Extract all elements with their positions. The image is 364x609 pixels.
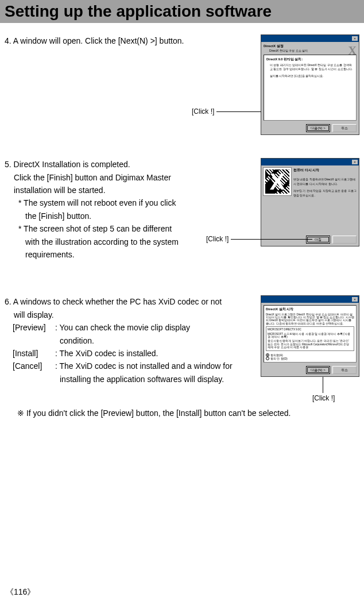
step-5-line1: 5. DirectX Installation is completed. [5,158,183,171]
arrow-line [323,377,323,393]
dialog-body-line3: 설치를 시작하려면 [다음]을 클릭하십시오. [270,74,354,78]
dialog-step-5: × 컴퓨터 다시 시작 변경 내용을 적용하려면 DirectX 설치 프로그램… [261,158,359,246]
click-label-6: [Click !] [312,393,335,404]
step-6-line2: will display. [14,309,246,321]
dialog-step-6: × DirectX 설치 시작 DirectX 설치 프로그램은 DirectX… [261,295,359,376]
dialog-6-para1: DirectX 설치 프로그램은 DirectX 런타임 구성 요소 업데이트 … [266,313,354,326]
cancel-button[interactable]: 취소 [332,366,357,374]
x-logo-icon: X [348,43,357,58]
close-icon[interactable]: × [352,297,358,302]
close-icon[interactable]: × [352,160,358,164]
preview-label: [Preview] [13,321,55,334]
step-5-line3: installation will be started. [14,184,183,196]
cancel-desc1: : The XviD codec is not installed and a … [55,360,233,372]
step-5-bullet2b: with the illustration according to the s… [25,236,183,248]
radio-icon [266,353,269,357]
dialog-body: DirectX 설정 DirectX 런타임 구성 요소 설치 X Direct… [261,42,359,123]
dialog-5-heading: 컴퓨터 다시 시작 [293,168,357,174]
dialog-6-eula-body: MICROSOFT 소프트웨어 사용 사용권 및 사용권 계약서 추록 ('사용… [268,333,353,339]
dialog-5-text1: 변경 내용을 적용하려면 DirectX 설치 프로그램에서 컴퓨터를 다시 시… [293,177,357,186]
cancel-desc2: installing the application softwares wil… [60,373,224,386]
empty-button [332,236,357,244]
preview-desc1: : You can check the movie clip display [55,321,190,334]
dialog-5-text3: 재부팅 기 전에 작업을 저장하고 모든 응용 프로그램을 닫으십시오. [293,188,357,198]
cancel-label: [Cancel] [13,360,55,372]
page-title: Setting up the application software [0,0,364,23]
spacer [13,334,55,347]
spacer [13,373,55,386]
dialog-body: 컴퓨터 다시 시작 변경 내용을 적용하려면 DirectX 설치 프로그램에서… [261,165,359,234]
next-button[interactable]: 다음(N) > [306,366,330,374]
dialog-body-title: DirectX 9.0 런타임 설치: [266,57,354,61]
click-label-5: [Click !] [206,234,229,245]
step-5-bullet2a: * The screen shot of step 5 can be diffe… [18,222,183,235]
dialog-titlebar: × [261,296,359,303]
step-5-bullet2c: requirements. [25,248,183,261]
install-desc: : The XviD codec is installed. [55,347,158,360]
dialog-section-title: DirectX 설정 [264,44,357,49]
step-4-text: 4. A window will open. Click the [Next(N… [5,34,261,47]
cancel-button[interactable]: 취소 [332,124,357,132]
preview-desc2: condition. [60,334,94,347]
dialog-6-eula-body2: 중요사항-신중하게 읽어보기 바랍니다. 모든 마라진 또는 '온라인' 또는 … [268,340,353,349]
step-6-line1: 6. A windows to check whether the PC has… [5,295,246,308]
radio-decline[interactable]: 동의 안 함(D) [266,357,354,360]
click-label-4: [Click !] [192,106,214,117]
dialog-6-heading: DirectX 설치 시작 [266,307,354,311]
step-5-bullet1b: the [Finish] button. [25,210,183,222]
dialog-6-eula-heading: MICROSOFT DIRECTX 9.0C [268,328,353,331]
dialog-body-line1: 이 성형 패키지는 업데이트된 DirectX 런타임 구성 요소를 검색하고 … [270,63,354,71]
radio-decline-label: 동의 안 함(D) [270,357,288,360]
page-number: 116 [6,587,35,598]
directx-logo-icon [264,168,291,195]
dialog-titlebar: × [261,35,359,42]
step-5-line2: Click the [Finish] button and Digimax Ma… [14,171,183,184]
arrow-line [231,239,312,240]
dialog-section-sub: DirectX 런타임 구성 요소 설치 [269,49,357,53]
dialog-titlebar: × [261,159,359,165]
note-text: ※ If you didn't click the [Preview] butt… [17,408,364,418]
radio-icon [266,357,269,360]
next-button[interactable]: 다음(N) > [306,124,330,132]
step-5-bullet1a: * The system will not reboot even if you… [18,196,183,209]
install-label: [Install] [13,347,55,360]
dialog-body: DirectX 설치 시작 DirectX 설치 프로그램은 DirectX 런… [261,303,359,364]
dialog-step-4: × DirectX 설정 DirectX 런타임 구성 요소 설치 X Dire… [261,34,359,135]
close-icon[interactable]: × [352,36,358,41]
